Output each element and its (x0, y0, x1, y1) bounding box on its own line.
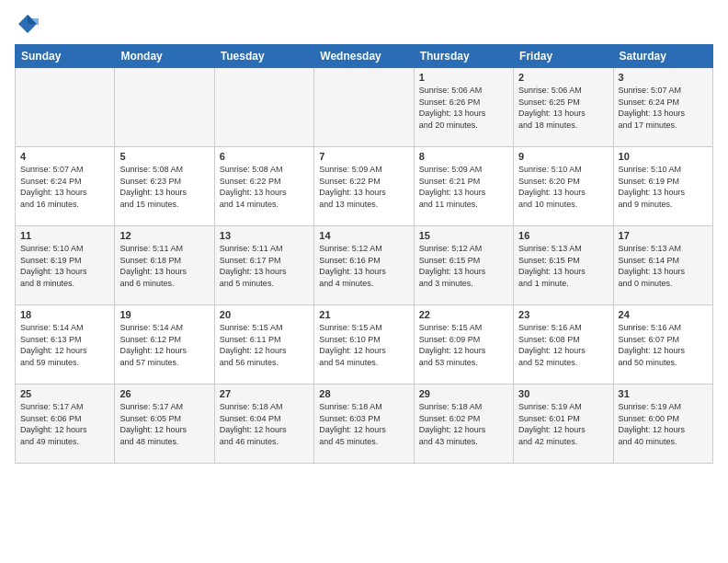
day-info: Sunrise: 5:09 AM Sunset: 6:21 PM Dayligh… (419, 164, 508, 210)
day-info: Sunrise: 5:15 AM Sunset: 6:09 PM Dayligh… (419, 322, 508, 368)
day-number: 1 (419, 72, 508, 83)
day-info: Sunrise: 5:19 AM Sunset: 6:01 PM Dayligh… (518, 401, 608, 447)
day-info: Sunrise: 5:18 AM Sunset: 6:04 PM Dayligh… (220, 401, 309, 447)
day-number: 14 (319, 230, 408, 241)
calendar-cell (16, 68, 115, 147)
calendar-week-2: 4Sunrise: 5:07 AM Sunset: 6:24 PM Daylig… (16, 147, 713, 226)
day-info: Sunrise: 5:07 AM Sunset: 6:24 PM Dayligh… (619, 85, 708, 131)
day-number: 31 (619, 388, 708, 399)
calendar-cell: 4Sunrise: 5:07 AM Sunset: 6:24 PM Daylig… (16, 147, 115, 226)
day-number: 18 (20, 309, 109, 320)
day-number: 27 (220, 388, 309, 399)
calendar-cell: 7Sunrise: 5:09 AM Sunset: 6:22 PM Daylig… (314, 147, 414, 226)
calendar-cell: 16Sunrise: 5:13 AM Sunset: 6:15 PM Dayli… (514, 226, 613, 305)
calendar-cell: 25Sunrise: 5:17 AM Sunset: 6:06 PM Dayli… (16, 385, 115, 464)
weekday-header-sunday: Sunday (16, 45, 115, 68)
day-info: Sunrise: 5:17 AM Sunset: 6:05 PM Dayligh… (119, 401, 209, 447)
calendar-cell: 23Sunrise: 5:16 AM Sunset: 6:08 PM Dayli… (514, 305, 613, 385)
logo (15, 11, 44, 37)
calendar-cell: 14Sunrise: 5:12 AM Sunset: 6:16 PM Dayli… (314, 226, 414, 305)
day-number: 30 (518, 388, 608, 399)
day-number: 22 (419, 309, 508, 320)
day-info: Sunrise: 5:19 AM Sunset: 6:00 PM Dayligh… (619, 401, 708, 447)
day-info: Sunrise: 5:10 AM Sunset: 6:19 PM Dayligh… (20, 243, 109, 289)
calendar-cell: 11Sunrise: 5:10 AM Sunset: 6:19 PM Dayli… (16, 226, 115, 305)
calendar-cell: 26Sunrise: 5:17 AM Sunset: 6:05 PM Dayli… (115, 385, 214, 464)
day-info: Sunrise: 5:16 AM Sunset: 6:08 PM Dayligh… (518, 322, 608, 368)
day-info: Sunrise: 5:06 AM Sunset: 6:26 PM Dayligh… (419, 85, 508, 131)
day-number: 12 (119, 230, 209, 241)
day-info: Sunrise: 5:14 AM Sunset: 6:13 PM Dayligh… (20, 322, 109, 368)
day-number: 8 (419, 151, 508, 162)
weekday-row: SundayMondayTuesdayWednesdayThursdayFrid… (16, 45, 713, 68)
calendar-cell: 13Sunrise: 5:11 AM Sunset: 6:17 PM Dayli… (214, 226, 313, 305)
calendar-cell: 19Sunrise: 5:14 AM Sunset: 6:12 PM Dayli… (115, 305, 214, 385)
day-info: Sunrise: 5:12 AM Sunset: 6:16 PM Dayligh… (319, 243, 408, 289)
day-number: 11 (20, 230, 109, 241)
calendar-table: SundayMondayTuesdayWednesdayThursdayFrid… (15, 44, 713, 464)
day-number: 10 (619, 151, 708, 162)
day-number: 16 (518, 230, 608, 241)
day-info: Sunrise: 5:08 AM Sunset: 6:22 PM Dayligh… (220, 164, 309, 210)
weekday-header-thursday: Thursday (414, 45, 513, 68)
weekday-header-friday: Friday (514, 45, 613, 68)
day-number: 29 (419, 388, 508, 399)
day-info: Sunrise: 5:10 AM Sunset: 6:20 PM Dayligh… (518, 164, 608, 210)
calendar-cell: 12Sunrise: 5:11 AM Sunset: 6:18 PM Dayli… (115, 226, 214, 305)
day-number: 15 (419, 230, 508, 241)
calendar-cell: 31Sunrise: 5:19 AM Sunset: 6:00 PM Dayli… (613, 385, 712, 464)
day-info: Sunrise: 5:18 AM Sunset: 6:03 PM Dayligh… (319, 401, 408, 447)
weekday-header-tuesday: Tuesday (214, 45, 313, 68)
day-info: Sunrise: 5:11 AM Sunset: 6:17 PM Dayligh… (220, 243, 309, 289)
calendar-week-5: 25Sunrise: 5:17 AM Sunset: 6:06 PM Dayli… (16, 385, 713, 464)
day-info: Sunrise: 5:16 AM Sunset: 6:07 PM Dayligh… (619, 322, 708, 368)
calendar-week-1: 1Sunrise: 5:06 AM Sunset: 6:26 PM Daylig… (16, 68, 713, 147)
calendar-cell: 5Sunrise: 5:08 AM Sunset: 6:23 PM Daylig… (115, 147, 214, 226)
day-number: 17 (619, 230, 708, 241)
day-info: Sunrise: 5:07 AM Sunset: 6:24 PM Dayligh… (20, 164, 109, 210)
day-number: 23 (518, 309, 608, 320)
calendar-cell: 8Sunrise: 5:09 AM Sunset: 6:21 PM Daylig… (414, 147, 513, 226)
day-number: 24 (619, 309, 708, 320)
calendar-cell: 22Sunrise: 5:15 AM Sunset: 6:09 PM Dayli… (414, 305, 513, 385)
day-number: 19 (119, 309, 209, 320)
calendar-cell: 2Sunrise: 5:06 AM Sunset: 6:25 PM Daylig… (514, 68, 613, 147)
day-info: Sunrise: 5:15 AM Sunset: 6:10 PM Dayligh… (319, 322, 408, 368)
calendar-cell: 18Sunrise: 5:14 AM Sunset: 6:13 PM Dayli… (16, 305, 115, 385)
day-info: Sunrise: 5:18 AM Sunset: 6:02 PM Dayligh… (419, 401, 508, 447)
weekday-header-wednesday: Wednesday (314, 45, 414, 68)
calendar-cell (314, 68, 414, 147)
day-number: 2 (518, 72, 608, 83)
calendar-cell: 27Sunrise: 5:18 AM Sunset: 6:04 PM Dayli… (214, 385, 313, 464)
calendar-body: 1Sunrise: 5:06 AM Sunset: 6:26 PM Daylig… (16, 68, 713, 464)
calendar-header: SundayMondayTuesdayWednesdayThursdayFrid… (16, 45, 713, 68)
day-number: 13 (220, 230, 309, 241)
day-number: 4 (20, 151, 109, 162)
calendar-cell: 17Sunrise: 5:13 AM Sunset: 6:14 PM Dayli… (613, 226, 712, 305)
calendar-cell: 15Sunrise: 5:12 AM Sunset: 6:15 PM Dayli… (414, 226, 513, 305)
calendar-cell: 6Sunrise: 5:08 AM Sunset: 6:22 PM Daylig… (214, 147, 313, 226)
weekday-header-monday: Monday (115, 45, 214, 68)
calendar-cell (214, 68, 313, 147)
day-info: Sunrise: 5:13 AM Sunset: 6:14 PM Dayligh… (619, 243, 708, 289)
header (15, 11, 713, 37)
calendar-cell: 24Sunrise: 5:16 AM Sunset: 6:07 PM Dayli… (613, 305, 712, 385)
day-number: 9 (518, 151, 608, 162)
day-number: 7 (319, 151, 408, 162)
day-number: 6 (220, 151, 309, 162)
day-info: Sunrise: 5:13 AM Sunset: 6:15 PM Dayligh… (518, 243, 608, 289)
day-number: 28 (319, 388, 408, 399)
calendar-cell: 21Sunrise: 5:15 AM Sunset: 6:10 PM Dayli… (314, 305, 414, 385)
calendar-cell: 1Sunrise: 5:06 AM Sunset: 6:26 PM Daylig… (414, 68, 513, 147)
logo-icon (15, 11, 40, 37)
day-info: Sunrise: 5:17 AM Sunset: 6:06 PM Dayligh… (20, 401, 109, 447)
calendar-cell (115, 68, 214, 147)
calendar-cell: 20Sunrise: 5:15 AM Sunset: 6:11 PM Dayli… (214, 305, 313, 385)
day-info: Sunrise: 5:14 AM Sunset: 6:12 PM Dayligh… (119, 322, 209, 368)
calendar-week-3: 11Sunrise: 5:10 AM Sunset: 6:19 PM Dayli… (16, 226, 713, 305)
day-info: Sunrise: 5:12 AM Sunset: 6:15 PM Dayligh… (419, 243, 508, 289)
weekday-header-saturday: Saturday (613, 45, 712, 68)
day-info: Sunrise: 5:15 AM Sunset: 6:11 PM Dayligh… (220, 322, 309, 368)
calendar-cell: 30Sunrise: 5:19 AM Sunset: 6:01 PM Dayli… (514, 385, 613, 464)
day-info: Sunrise: 5:09 AM Sunset: 6:22 PM Dayligh… (319, 164, 408, 210)
